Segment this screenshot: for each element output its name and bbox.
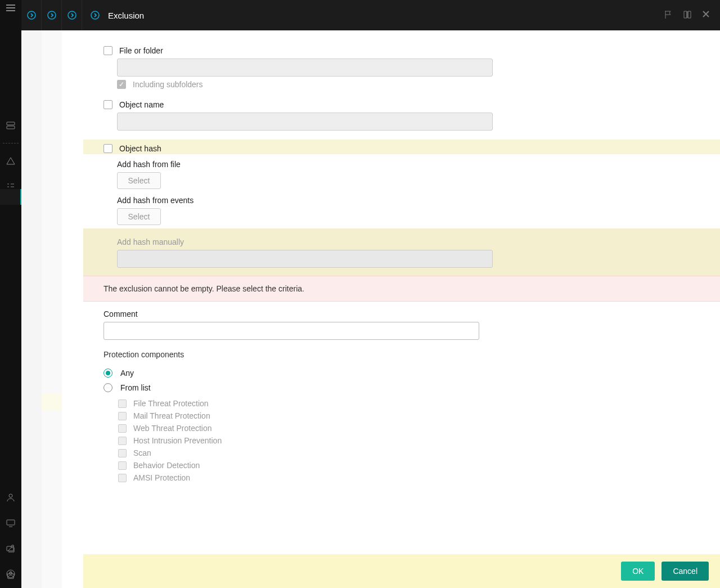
component-checkbox[interactable] [118,461,127,470]
comment-label: Comment [104,309,700,318]
error-banner: The exclusion cannot be empty. Please se… [83,276,720,302]
flag-icon[interactable] [664,10,673,21]
component-checkbox[interactable] [118,400,127,408]
svg-rect-1 [7,126,15,129]
protection-radio-from-list[interactable] [104,383,112,392]
file-or-folder-input[interactable] [117,59,493,77]
component-checkbox[interactable] [118,424,127,433]
background-column-3 [62,30,83,588]
dialog-header: Exclusion [21,0,720,30]
component-label: Scan [133,448,151,457]
svg-rect-3 [7,520,15,525]
protection-radio-from-list-label: From list [120,383,151,392]
breadcrumb-tab-1[interactable] [21,0,42,30]
wrench-icon[interactable] [6,543,16,553]
svg-point-7 [28,11,35,19]
background-column-1 [21,30,42,588]
object-hash-checkbox[interactable] [104,144,112,153]
protection-radio-any[interactable] [104,369,112,378]
ok-button[interactable]: OK [621,562,655,581]
hamburger-icon[interactable] [6,5,15,11]
svg-point-6 [10,572,12,574]
protection-components-title: Protection components [104,350,700,359]
component-label: AMSI Protection [133,473,190,482]
warning-icon[interactable] [6,156,16,166]
left-sidebar [0,0,21,588]
svg-point-10 [91,11,99,19]
component-label: Behavior Detection [133,461,200,470]
add-hash-from-events-button[interactable]: Select [117,208,161,225]
component-checkbox[interactable] [118,474,127,482]
dialog-footer: OK Cancel [83,554,720,588]
protection-component-list: File Threat Protection Mail Threat Prote… [104,395,700,484]
exclusion-form: File or folder Including subfolders Obje… [83,30,720,588]
user-outline-icon[interactable] [6,492,16,502]
component-checkbox[interactable] [118,449,127,457]
breadcrumb-tab-3[interactable] [62,0,82,30]
object-name-checkbox[interactable] [104,100,112,109]
book-icon[interactable] [683,10,692,21]
add-hash-from-file-button[interactable]: Select [117,172,161,189]
background-column-2 [42,30,62,588]
svg-point-8 [48,11,56,19]
server-icon[interactable] [6,120,16,131]
component-checkbox[interactable] [118,412,127,420]
object-name-input[interactable] [117,113,493,131]
protection-radio-any-label: Any [120,369,134,378]
file-or-folder-checkbox[interactable] [104,46,112,55]
background-highlight-row [42,394,62,411]
cancel-button[interactable]: Cancel [662,562,709,581]
svg-rect-0 [7,122,15,125]
breadcrumb-tab-2[interactable] [42,0,62,30]
sidebar-active-marker [0,189,21,205]
including-subfolders-label: Including subfolders [133,80,203,89]
svg-point-2 [9,494,12,497]
sidebar-separator [3,143,19,143]
component-label: Web Threat Protection [133,424,212,433]
add-hash-from-events-label: Add hash from events [117,196,194,205]
file-or-folder-label: File or folder [119,46,163,55]
add-hash-from-file-label: Add hash from file [117,160,181,169]
dialog-title-icon [82,10,108,20]
monitor-icon[interactable] [6,518,16,528]
object-name-label: Object name [119,100,164,109]
comment-input[interactable] [104,322,479,340]
component-label: Mail Threat Protection [133,411,210,420]
add-hash-manually-label: Add hash manually [117,237,184,246]
component-label: Host Intrusion Prevention [133,436,222,445]
add-hash-manually-input[interactable] [117,250,493,268]
component-checkbox[interactable] [118,437,127,445]
including-subfolders-checkbox[interactable] [117,80,126,89]
component-label: File Threat Protection [133,399,209,408]
user-circle-icon[interactable] [6,569,16,579]
dialog-title: Exclusion [108,11,144,20]
close-icon[interactable] [702,10,710,21]
svg-point-9 [68,11,76,19]
object-hash-label: Object hash [119,144,161,153]
